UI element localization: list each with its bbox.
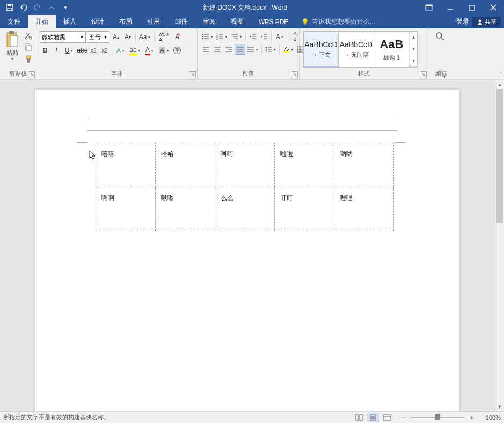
table-cell[interactable]: 哈哈 xyxy=(156,143,215,187)
bullets-button[interactable]: ▼ xyxy=(201,31,215,42)
tell-me-search[interactable]: 💡 告诉我您想要做什么... xyxy=(296,15,456,28)
scroll-down-button[interactable]: ▼ xyxy=(495,402,504,411)
line-spacing-button[interactable]: ▼ xyxy=(264,44,277,55)
shading-button[interactable]: ▼ xyxy=(281,44,295,55)
table-row[interactable]: 嘻嘻 哈哈 呵呵 啦啦 哟哟 xyxy=(96,143,394,187)
table-cell[interactable]: 啦啦 xyxy=(275,143,334,187)
align-distributed-button[interactable]: ▼ xyxy=(246,44,260,55)
change-case-button[interactable]: Aa▼ xyxy=(138,32,152,42)
table-cell[interactable]: 么么 xyxy=(215,187,275,231)
tab-home[interactable]: 开始 xyxy=(28,15,56,28)
grow-font-button[interactable]: A▴ xyxy=(111,32,121,42)
find-button[interactable] xyxy=(435,31,445,44)
font-color-button[interactable]: A▼ xyxy=(143,45,157,56)
minimize-button[interactable] xyxy=(440,0,461,15)
tab-file[interactable]: 文件 xyxy=(0,15,28,28)
clipboard-launcher[interactable]: ↘ xyxy=(28,71,35,78)
text-effects-button[interactable]: A▼ xyxy=(114,45,128,56)
qat-customize-button[interactable]: ▼ xyxy=(59,1,72,14)
subscript-button[interactable]: x2 xyxy=(88,45,99,56)
styles-launcher[interactable]: ↘ xyxy=(420,71,427,78)
enclose-char-button[interactable]: 字 xyxy=(172,45,182,56)
paste-button[interactable]: 粘贴 ▼ xyxy=(2,29,23,61)
ribbon-display-options[interactable] xyxy=(418,0,440,15)
strikethrough-button[interactable]: abc xyxy=(77,45,87,56)
font-size-combo[interactable]: 五号▼ xyxy=(87,31,109,43)
styles-scroll-down[interactable]: ▼ xyxy=(410,43,417,55)
bold-button[interactable]: B xyxy=(40,45,50,56)
svg-point-19 xyxy=(202,34,204,35)
table-cell[interactable]: 叮叮 xyxy=(275,187,334,231)
tab-wpspdf[interactable]: WPS PDF xyxy=(251,15,296,28)
repeat-button[interactable] xyxy=(45,1,58,14)
tab-view[interactable]: 视图 xyxy=(223,15,251,28)
font-launcher[interactable]: ↘ xyxy=(189,71,196,78)
style-normal[interactable]: AaBbCcD → 正文 xyxy=(303,32,339,67)
styles-expand[interactable]: ▼ xyxy=(410,55,417,67)
close-button[interactable] xyxy=(483,0,504,15)
style-heading1[interactable]: AaB 标题 1 xyxy=(374,32,410,67)
align-justify-button[interactable] xyxy=(235,44,245,55)
tab-layout[interactable]: 布局 xyxy=(112,15,140,28)
highlight-button[interactable]: ab▼ xyxy=(128,45,142,56)
clear-formatting-button[interactable]: A✎ xyxy=(172,32,182,42)
char-shading-button[interactable]: A▼ xyxy=(157,45,171,56)
zoom-level[interactable]: 100% xyxy=(479,414,501,421)
share-button[interactable]: 共享 xyxy=(472,17,501,27)
zoom-in-button[interactable]: + xyxy=(468,414,476,421)
web-layout-button[interactable] xyxy=(381,413,393,422)
undo-button[interactable] xyxy=(17,1,30,14)
table-cell[interactable]: 哩哩 xyxy=(334,187,394,231)
font-name-combo[interactable]: 微软雅黑▼ xyxy=(40,31,86,43)
align-right-button[interactable] xyxy=(223,44,234,55)
document-table[interactable]: 嘻嘻 哈哈 呵呵 啦啦 哟哟 啊啊 啾啾 么么 叮叮 哩哩 xyxy=(96,143,394,231)
format-painter-button[interactable] xyxy=(24,55,34,64)
redo-button[interactable] xyxy=(31,1,44,14)
document-area[interactable]: 嘻嘻 哈哈 呵呵 啦啦 哟哟 啊啊 啾啾 么么 叮叮 哩哩 xyxy=(0,80,495,411)
style-no-spacing[interactable]: AaBbCcD → 无间隔 xyxy=(339,32,374,67)
italic-button[interactable]: I xyxy=(51,45,62,56)
superscript-button[interactable]: x2 xyxy=(99,45,110,56)
paragraph-launcher[interactable]: ↘ xyxy=(291,71,298,78)
collapse-ribbon-button[interactable]: ˆ xyxy=(500,72,502,78)
style-preview: AaBbCcD xyxy=(304,40,337,49)
tab-review[interactable]: 审阅 xyxy=(195,15,223,28)
cut-button[interactable] xyxy=(24,31,34,41)
zoom-out-button[interactable]: − xyxy=(399,414,407,421)
shrink-font-button[interactable]: A▾ xyxy=(122,32,133,42)
increase-indent-button[interactable] xyxy=(259,31,269,42)
styles-scroll-up[interactable]: ▲ xyxy=(410,32,417,43)
underline-button[interactable]: U▼ xyxy=(62,45,76,56)
text-direction-button[interactable]: A▼ xyxy=(273,31,287,42)
zoom-slider[interactable] xyxy=(411,417,464,418)
tab-insert[interactable]: 插入 xyxy=(56,15,84,28)
copy-button[interactable] xyxy=(24,43,34,53)
scroll-thumb[interactable] xyxy=(496,89,503,223)
table-cell[interactable]: 啊啊 xyxy=(96,187,156,231)
print-layout-button[interactable] xyxy=(367,413,379,422)
vertical-scrollbar[interactable]: ▲ ▼ xyxy=(495,80,504,411)
align-left-button[interactable] xyxy=(201,44,211,55)
table-cell[interactable]: 啾啾 xyxy=(156,187,215,231)
numbering-button[interactable]: 123▼ xyxy=(215,31,229,42)
table-cell[interactable]: 嘻嘻 xyxy=(96,143,156,187)
tab-references[interactable]: 引用 xyxy=(140,15,167,28)
scroll-up-button[interactable]: ▲ xyxy=(495,80,504,89)
svg-point-63 xyxy=(436,33,442,38)
table-row[interactable]: 啊啊 啾啾 么么 叮叮 哩哩 xyxy=(96,187,394,231)
table-cell[interactable]: 呵呵 xyxy=(215,143,275,187)
font-name-value: 微软雅黑 xyxy=(42,33,65,41)
align-center-button[interactable] xyxy=(212,44,223,55)
maximize-button[interactable] xyxy=(461,0,483,15)
table-cell[interactable]: 哟哟 xyxy=(334,143,394,187)
save-button[interactable] xyxy=(3,1,16,14)
login-link[interactable]: 登录 xyxy=(456,17,469,26)
page[interactable]: 嘻嘻 哈哈 呵呵 啦啦 哟哟 啊啊 啾啾 么么 叮叮 哩哩 xyxy=(35,90,459,411)
tab-mailings[interactable]: 邮件 xyxy=(167,15,195,28)
tab-design[interactable]: 设计 xyxy=(84,15,112,28)
read-mode-button[interactable] xyxy=(353,413,366,422)
zoom-slider-thumb[interactable] xyxy=(435,414,440,420)
phonetic-guide-button[interactable]: wénA xyxy=(157,32,171,42)
multilevel-list-button[interactable]: ▼ xyxy=(230,31,244,42)
decrease-indent-button[interactable] xyxy=(247,31,258,42)
